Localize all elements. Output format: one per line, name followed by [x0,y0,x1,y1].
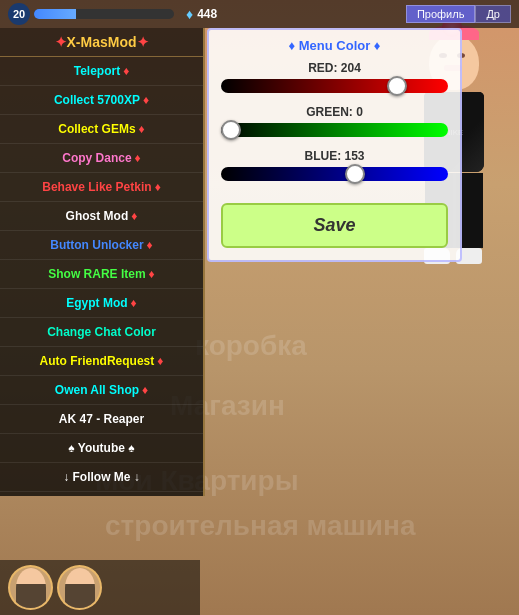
color-panel: ♦ ♦ Menu Color ♦Menu Color ♦ RED: 204 GR… [207,28,462,262]
menu-item-collect-gems[interactable]: Collect GEMs♦ [0,115,203,144]
menu-item-follow-me[interactable]: ↓ Follow Me ↓ [0,463,203,492]
friends-button[interactable]: Др [475,5,511,23]
blue-slider[interactable] [221,167,448,181]
menu-item-youtube[interactable]: ♠ Youtube ♠ [0,434,203,463]
color-title-diamond-right: ♦ [370,38,380,53]
avatar-2-inner [65,568,95,608]
green-label: GREEN: 0 [221,105,448,119]
menu-item-button-unlocker[interactable]: Button Unlocker♦ [0,231,203,260]
blue-label: BLUE: 153 [221,149,448,163]
menu-item-owen-shop[interactable]: Owen All Shop♦ [0,376,203,405]
menu-item-copy-dance[interactable]: Copy Dance♦ [0,144,203,173]
hud-bar: 20 ♦ 448 Профиль Др [0,0,519,28]
profile-button[interactable]: Профиль [406,5,476,23]
bottom-avatars [0,560,200,615]
color-panel-title: ♦ ♦ Menu Color ♦Menu Color ♦ [289,38,381,53]
hud-xp-fill [34,9,76,19]
color-title-diamond-left: ♦ [289,38,299,53]
menu-title-diamond-right: ✦ [137,34,149,50]
menu-item-ak47[interactable]: AK 47 - Reaper [0,405,203,434]
avatar-1 [8,565,53,610]
menu-title: ✦X-MasMod✦ [0,28,203,57]
menu-item-ghost-mod[interactable]: Ghost Mod♦ [0,202,203,231]
save-button[interactable]: Save [221,203,448,248]
red-slider[interactable] [221,79,448,93]
green-slider[interactable] [221,123,448,137]
avatar-2 [57,565,102,610]
menu-item-teleport[interactable]: Teleport♦ [0,57,203,86]
gem-count: 448 [197,7,217,21]
menu-item-show-rare[interactable]: Show RARE Item♦ [0,260,203,289]
menu-title-diamond-left: ✦ [55,34,67,50]
avatar-1-inner [16,568,46,608]
hud-level: 20 [8,3,30,25]
menu-panel: ✦X-MasMod✦ Teleport♦ Collect 5700XP♦ Col… [0,28,205,496]
hud-right-buttons: Профиль Др [406,5,511,23]
red-label: RED: 204 [221,61,448,75]
blue-slider-group: BLUE: 153 [221,149,448,185]
menu-item-auto-friend[interactable]: Auto FriendRequest♦ [0,347,203,376]
menu-item-egypt-mod[interactable]: Egypt Mod♦ [0,289,203,318]
menu-item-change-chat[interactable]: Change Chat Color [0,318,203,347]
menu-item-collect-xp[interactable]: Collect 5700XP♦ [0,86,203,115]
hud-xp-bar [34,9,174,19]
green-slider-group: GREEN: 0 [221,105,448,141]
menu-item-behave-petkin[interactable]: Behave Like Petkin♦ [0,173,203,202]
gem-icon: ♦ [186,6,193,22]
red-slider-group: RED: 204 [221,61,448,97]
menu-title-text: X-MasMod [67,34,137,50]
